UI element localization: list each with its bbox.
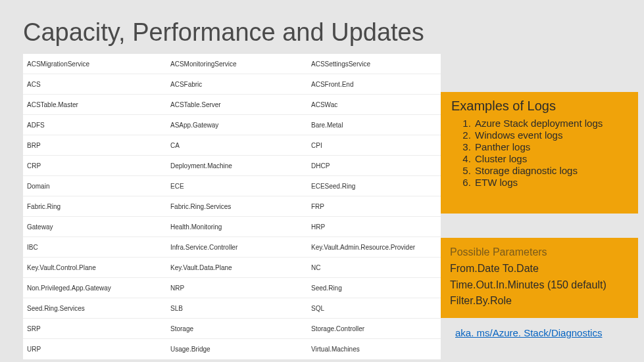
table-cell: FRP — [307, 203, 439, 210]
table-cell: NRP — [166, 284, 307, 292]
table-cell: HRP — [307, 223, 439, 231]
table-cell: SLB — [166, 305, 307, 312]
page-title: Capacity, Performance and Updates — [23, 18, 424, 47]
table-cell: Infra.Service.Controller — [166, 244, 307, 251]
table-cell: Gateway — [23, 223, 166, 231]
examples-panel: Examples of Logs Azure Stack deployment … — [441, 92, 638, 214]
list-item: ETW logs — [474, 177, 628, 188]
table-row: SRPStorageStorage.Controller — [23, 319, 441, 339]
table-cell: IBC — [23, 244, 166, 251]
table-cell: ECE — [166, 183, 307, 190]
table-cell: Health.Monitoring — [166, 223, 307, 231]
table-cell: ACSWac — [307, 101, 439, 108]
table-cell: CPI — [307, 142, 439, 149]
table-cell: Bare.Metal — [307, 122, 439, 129]
param-line: Time.Out.In.Minutes (150 default) — [450, 277, 629, 294]
table-cell: NC — [307, 264, 439, 271]
table-cell: SRP — [23, 325, 166, 332]
table-row: Key.Vault.Control.PlaneKey.Vault.Data.Pl… — [23, 258, 441, 278]
table-cell: ACSMonitoringService — [166, 60, 307, 68]
table-cell: Virtual.Machines — [307, 346, 439, 353]
table-row: ACSTable.MasterACSTable.ServerACSWac — [23, 95, 441, 115]
list-item: Cluster logs — [474, 153, 628, 164]
table-cell: BRP — [23, 142, 166, 149]
table-cell: ACSTable.Server — [166, 101, 307, 108]
table-row: Non.Privileged.App.GatewayNRPSeed.Ring — [23, 278, 441, 298]
table-cell: ACSSettingsService — [307, 60, 439, 68]
table-cell: Key.Vault.Control.Plane — [23, 264, 166, 271]
table-row: ACSACSFabricACSFront.End — [23, 74, 441, 95]
table-cell: ACSMigrationService — [23, 60, 166, 68]
table-cell: Deployment.Machine — [166, 162, 307, 170]
table-cell: ACSFront.End — [307, 81, 439, 88]
table-row: GatewayHealth.MonitoringHRP — [23, 217, 441, 237]
table-cell: ACSFabric — [166, 81, 307, 88]
table-row: BRPCACPI — [23, 135, 441, 156]
table-row: Fabric.RingFabric.Ring.ServicesFRP — [23, 196, 441, 217]
param-line: From.Date To.Date — [450, 261, 629, 277]
table-row: IBCInfra.Service.ControllerKey.Vault.Adm… — [23, 237, 441, 258]
table-row: Seed.Ring.ServicesSLBSQL — [23, 298, 441, 319]
table-cell: ECESeed.Ring — [307, 183, 439, 190]
table-row: URPUsage.BridgeVirtual.Machines — [23, 339, 441, 359]
table-cell: Storage.Controller — [307, 325, 439, 332]
table-cell: SQL — [307, 305, 439, 312]
table-cell: DHCP — [307, 162, 439, 170]
table-cell: ASApp.Gateway — [166, 122, 307, 129]
parameters-title: Possible Parameters — [450, 244, 629, 261]
table-cell: Non.Privileged.App.Gateway — [23, 284, 166, 292]
examples-title: Examples of Logs — [451, 99, 628, 114]
table-row: ACSMigrationServiceACSMonitoringServiceA… — [23, 54, 441, 74]
table-cell: CA — [166, 142, 307, 149]
table-cell: ACSTable.Master — [23, 101, 166, 108]
table-cell: Fabric.Ring.Services — [166, 203, 307, 210]
table-cell: Storage — [166, 325, 307, 332]
table-cell: Domain — [23, 183, 166, 190]
table-cell: CRP — [23, 162, 166, 170]
table-cell: URP — [23, 346, 166, 353]
diagnostics-link[interactable]: aka. ms/Azure. Stack/Diagnostics — [455, 327, 602, 338]
examples-list: Azure Stack deployment logsWindows event… — [451, 118, 628, 188]
table-cell: Fabric.Ring — [23, 203, 166, 210]
parameters-panel: Possible Parameters From.Date To.Date Ti… — [441, 238, 638, 318]
param-line: Filter.By.Role — [450, 293, 629, 309]
table-row: CRPDeployment.MachineDHCP — [23, 156, 441, 176]
table-cell: Key.Vault.Data.Plane — [166, 264, 307, 271]
list-item: Panther logs — [474, 141, 628, 152]
table-cell: Key.Vault.Admin.Resource.Provider — [307, 244, 439, 251]
table-row: DomainECEECESeed.Ring — [23, 176, 441, 196]
table-cell: ADFS — [23, 122, 166, 129]
table-row: ADFSASApp.GatewayBare.Metal — [23, 115, 441, 135]
list-item: Storage diagnostic logs — [474, 165, 628, 176]
list-item: Azure Stack deployment logs — [474, 118, 628, 129]
table-cell: Usage.Bridge — [166, 346, 307, 353]
logs-table: ACSMigrationServiceACSMonitoringServiceA… — [23, 54, 441, 359]
table-cell: Seed.Ring — [307, 284, 439, 292]
table-cell: ACS — [23, 81, 166, 88]
table-cell: Seed.Ring.Services — [23, 305, 166, 312]
list-item: Windows event logs — [474, 129, 628, 141]
